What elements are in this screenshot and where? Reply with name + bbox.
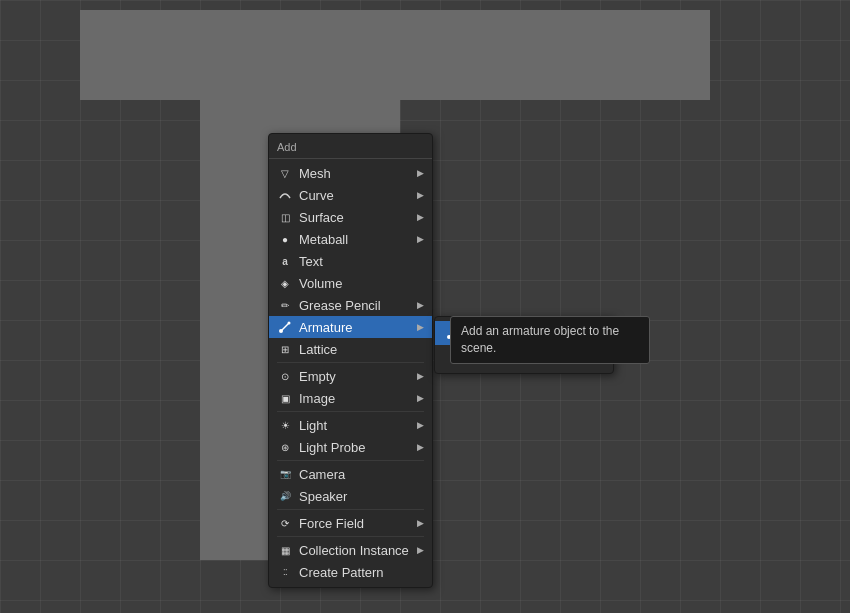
metaball-arrow: ▶ [417, 234, 424, 244]
surface-label: Surface [299, 210, 417, 225]
grease-pencil-icon: ✏ [277, 297, 293, 313]
empty-icon: ⊙ [277, 368, 293, 384]
empty-label: Empty [299, 369, 417, 384]
mesh-icon: ▽ [277, 165, 293, 181]
menu-item-light-probe[interactable]: ⊛ Light Probe ▶ [269, 436, 432, 458]
menu-item-curve[interactable]: Curve ▶ [269, 184, 432, 206]
menu-item-empty[interactable]: ⊙ Empty ▶ [269, 365, 432, 387]
menu-item-light[interactable]: ☀ Light ▶ [269, 414, 432, 436]
menu-item-mesh[interactable]: ▽ Mesh ▶ [269, 162, 432, 184]
menu-item-lattice[interactable]: ⊞ Lattice [269, 338, 432, 360]
menu-item-metaball[interactable]: ● Metaball ▶ [269, 228, 432, 250]
create-pattern-label: Create Pattern [299, 565, 424, 580]
collection-instance-arrow: ▶ [417, 545, 424, 555]
create-pattern-icon: ⁚⁚ [277, 564, 293, 580]
speaker-icon: 🔊 [277, 488, 293, 504]
metaball-icon: ● [277, 231, 293, 247]
speaker-label: Speaker [299, 489, 424, 504]
menu-item-surface[interactable]: ◫ Surface ▶ [269, 206, 432, 228]
light-label: Light [299, 418, 417, 433]
force-field-label: Force Field [299, 516, 417, 531]
surface-arrow: ▶ [417, 212, 424, 222]
armature-label: Armature [299, 320, 417, 335]
empty-arrow: ▶ [417, 371, 424, 381]
t-horizontal [80, 10, 710, 100]
curve-arrow: ▶ [417, 190, 424, 200]
force-field-arrow: ▶ [417, 518, 424, 528]
volume-label: Volume [299, 276, 424, 291]
separator-5 [277, 536, 424, 537]
menu-item-create-pattern[interactable]: ⁚⁚ Create Pattern [269, 561, 432, 583]
camera-label: Camera [299, 467, 424, 482]
separator-1 [277, 362, 424, 363]
surface-icon: ◫ [277, 209, 293, 225]
svg-point-2 [288, 322, 291, 325]
armature-arrow: ▶ [417, 322, 424, 332]
mesh-arrow: ▶ [417, 168, 424, 178]
lattice-label: Lattice [299, 342, 424, 357]
armature-icon [277, 319, 293, 335]
light-probe-icon: ⊛ [277, 439, 293, 455]
image-icon: ▣ [277, 390, 293, 406]
text-icon: a [277, 253, 293, 269]
tooltip: Add an armature object to the scene. [450, 316, 650, 364]
force-field-icon: ⟳ [277, 515, 293, 531]
separator-3 [277, 460, 424, 461]
light-probe-arrow: ▶ [417, 442, 424, 452]
light-icon: ☀ [277, 417, 293, 433]
text-label: Text [299, 254, 424, 269]
camera-icon: 📷 [277, 466, 293, 482]
separator-4 [277, 509, 424, 510]
image-label: Image [299, 391, 417, 406]
volume-icon: ◈ [277, 275, 293, 291]
grease-pencil-label: Grease Pencil [299, 298, 417, 313]
tooltip-text: Add an armature object to the scene. [461, 324, 619, 355]
light-arrow: ▶ [417, 420, 424, 430]
menu-item-armature[interactable]: Armature ▶ Single Bone ⊕ Create MMD Mode… [269, 316, 432, 338]
lattice-icon: ⊞ [277, 341, 293, 357]
curve-label: Curve [299, 188, 417, 203]
menu-item-grease-pencil[interactable]: ✏ Grease Pencil ▶ [269, 294, 432, 316]
curve-icon [277, 187, 293, 203]
menu-item-collection-instance[interactable]: ▦ Collection Instance ▶ [269, 539, 432, 561]
metaball-label: Metaball [299, 232, 417, 247]
grease-pencil-arrow: ▶ [417, 300, 424, 310]
menu-item-volume[interactable]: ◈ Volume [269, 272, 432, 294]
mesh-label: Mesh [299, 166, 417, 181]
menu-item-force-field[interactable]: ⟳ Force Field ▶ [269, 512, 432, 534]
separator-2 [277, 411, 424, 412]
menu-item-text[interactable]: a Text [269, 250, 432, 272]
menu-item-camera[interactable]: 📷 Camera [269, 463, 432, 485]
menu-item-speaker[interactable]: 🔊 Speaker [269, 485, 432, 507]
image-arrow: ▶ [417, 393, 424, 403]
light-probe-label: Light Probe [299, 440, 417, 455]
add-menu: Add ▽ Mesh ▶ Curve ▶ ◫ Surface ▶ ● Metab… [268, 133, 433, 588]
collection-instance-label: Collection Instance [299, 543, 417, 558]
svg-point-1 [279, 329, 283, 333]
collection-instance-icon: ▦ [277, 542, 293, 558]
menu-item-image[interactable]: ▣ Image ▶ [269, 387, 432, 409]
menu-header: Add [269, 138, 432, 159]
